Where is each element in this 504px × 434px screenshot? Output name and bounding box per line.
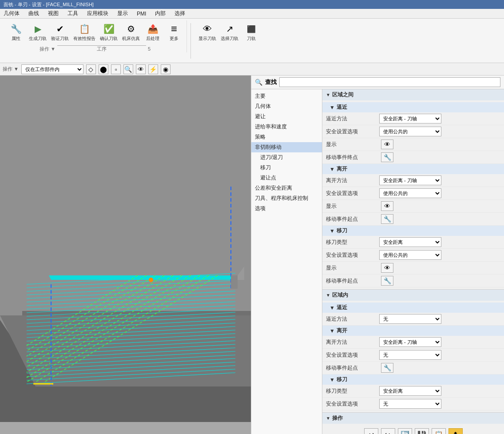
prop-value-move-startpt-outer-transfer: 🔧 [379,276,500,286]
action-copy-btn[interactable]: 📋 [432,428,446,434]
more-button[interactable]: ≡ 更多 [164,20,184,43]
select-toolpath-button[interactable]: ↗ 选择刀轨 [219,20,240,43]
safe-setting-select-outer-depart[interactable]: 使用公共的 [379,188,441,198]
subsection-depart-outer-header[interactable]: ▼ 离开 [322,164,504,174]
prop-value-safe-setting-outer-depart: 使用公共的 [379,188,500,198]
sec-icon-3[interactable]: ▫ [111,64,121,74]
action-redo-btn[interactable]: ↪ [381,428,395,434]
post-label: 后处理 [146,36,159,41]
section-within-header[interactable]: ▼ 区域内 [322,290,504,301]
select-tp-icon: ↗ [222,22,237,36]
safe-setting-label-outer-transfer: 安全设置选项 [326,251,379,259]
move-startpt-btn-inner-depart[interactable]: 🔧 [381,363,393,373]
menu-item-tools[interactable]: 工具 [66,9,80,18]
menu-item-curve[interactable]: 曲线 [27,9,41,18]
transfer-outer-arrow: ▼ [329,228,335,234]
menu-item-select[interactable]: 选择 [173,9,187,18]
subsection-depart-inner-header[interactable]: ▼ 离开 [322,326,504,336]
validity-icon: 📋 [77,22,91,36]
approach-method-label-inner: 逼近方法 [326,315,379,323]
nav-item-feedrate[interactable]: 进给率和速度 [251,122,322,132]
safe-setting-select-inner-transfer[interactable]: 无 [379,399,441,409]
move-startpt-btn-outer-transfer[interactable]: 🔧 [381,276,393,286]
nav-item-toolprog[interactable]: 刀具、程序和机床控制 [251,193,322,203]
prop-display-outer-approach: 显示 👁 [322,138,504,151]
machine-sim-button[interactable]: ⚙ 机床仿真 [121,20,141,43]
secondary-toolbar: 操作 ▼ 仅在工作部件内 ◇ ⬤ ▫ 🔍 👁 ⚡ ◉ [0,63,504,76]
transfer-type-select-inner[interactable]: 安全距离 [379,386,441,396]
nav-item-tolerances[interactable]: 公差和安全距离 [251,183,322,193]
scope-dropdown[interactable]: 仅在工作部件内 [21,64,83,74]
subsection-transfer-outer-header[interactable]: ▼ 移刀 [322,226,504,236]
action-confirm-btn[interactable]: ⬆ [448,428,463,434]
subsection-approach-inner-header[interactable]: ▼ 逼近 [322,303,504,313]
move-startpt-btn-outer-depart[interactable]: 🔧 [381,214,393,224]
sec-icon-6[interactable]: ⚡ [148,64,158,74]
transfer-type-select-outer[interactable]: 安全距离 [379,237,441,247]
sec-icon-4[interactable]: 🔍 [123,64,133,74]
sec-icon-7[interactable]: ◉ [161,64,171,74]
nav-item-main[interactable]: 主要 [251,91,322,101]
depart-method-select-outer[interactable]: 安全距离 - 刀轴 [379,175,441,185]
more-icon: ≡ [167,22,181,36]
safe-setting-select-outer-approach[interactable]: 使用公共的 [379,127,441,136]
display-toolpath-button[interactable]: 👁 显示刀轨 [197,20,218,43]
nav-item-options[interactable]: 选项 [251,203,322,214]
menu-item-display[interactable]: 显示 [115,9,130,18]
section-between-arrow: ▼ [326,92,330,97]
safe-setting-label-outer-approach: 安全设置选项 [326,128,379,135]
viewport[interactable] [0,76,251,434]
section-divider-ops: 工序 [57,45,146,52]
nav-item-engageretract[interactable]: 进刀/退刀 [251,152,322,163]
menu-item-pmi[interactable]: PMI [135,10,148,18]
attr-icon: 🔧 [9,22,23,36]
sec-icon-2[interactable]: ⬤ [99,64,108,74]
display-eye-btn-outer-depart[interactable]: 👁 [381,201,393,211]
title-bar: 面铣 - 单刃 - 设置 - [FACE_MILL_FINISH] [0,0,504,9]
nav-item-transfer[interactable]: 移刀 [251,163,322,173]
sec-icon-5[interactable]: 👁 [136,64,146,74]
display-eye-btn-outer-approach[interactable]: 👁 [381,139,393,149]
attr-button[interactable]: 🔧 属性 [6,20,26,43]
subsection-transfer-inner-header[interactable]: ▼ 移刀 [322,374,504,385]
sec-icon-1[interactable]: ◇ [86,64,96,74]
transfer-type-label-outer: 移刀类型 [326,239,379,246]
nav-item-noncutting[interactable]: 非切削移动 [251,142,322,152]
menu-item-internal[interactable]: 内部 [153,9,167,18]
menu-item-app[interactable]: 应用模块 [85,9,110,18]
toolpath-button[interactable]: ⬛ 刀轨 [242,20,261,43]
search-input[interactable] [279,77,500,87]
generate-toolpath-button[interactable]: ▶ 生成刀轨 [28,20,48,43]
menu-item-geometry[interactable]: 几何体 [2,9,21,18]
section-between-header[interactable]: ▼ 区域之间 [322,89,504,100]
move-endpoint-label-outer: 移动事件终点 [326,154,379,161]
depart-method-label-inner: 离开方法 [326,338,379,346]
safe-setting-label-inner-transfer: 安全设置选项 [326,400,379,408]
nav-item-avoidance[interactable]: 避让 [251,111,322,122]
move-endpoint-btn-outer[interactable]: 🔧 [381,152,393,162]
nav-item-strategy[interactable]: 策略 [251,132,322,142]
nav-item-avoidpt[interactable]: 避让点 [251,173,322,183]
prop-value-transfer-type-outer: 安全距离 [379,237,500,247]
section-operations: ▼ 操作 ↩ ↪ 🔄 💾 📋 ⬆ [322,413,504,434]
safe-setting-select-outer-transfer[interactable]: 使用公共的 [379,250,441,260]
verify-button[interactable]: ✔ 验证刀轨 [50,20,70,43]
section-between-regions: ▼ 区域之间 ▼ 逼近 逼近方法 [322,89,504,290]
action-save-btn[interactable]: 💾 [415,428,429,434]
postprocess-button[interactable]: 📤 后处理 [143,20,163,43]
action-refresh-btn[interactable]: 🔄 [398,428,412,434]
display-eye-btn-outer-transfer[interactable]: 👁 [381,263,393,273]
section-ops-header[interactable]: ▼ 操作 [322,413,504,424]
approach-method-select-inner[interactable]: 无 [379,314,441,324]
verify-label: 验证刀轨 [51,36,69,41]
depart-method-select-inner[interactable]: 安全距离 - 刀轴 [379,337,441,347]
action-undo-btn[interactable]: ↩ [364,428,378,434]
toolbar-separator [190,23,191,59]
nav-item-geometry[interactable]: 几何体 [251,101,322,111]
confirm-toolpath-button[interactable]: ✅ 确认刀轨 [99,20,119,43]
menu-item-view[interactable]: 视图 [46,9,60,18]
safe-setting-select-inner-depart[interactable]: 无 [379,350,441,360]
approach-method-select-outer[interactable]: 安全距离 - 刀轴 [379,114,441,123]
validity-report-button[interactable]: 📋 有效性报告 [72,20,97,43]
subsection-approach-outer-header[interactable]: ▼ 逼近 [322,102,504,112]
